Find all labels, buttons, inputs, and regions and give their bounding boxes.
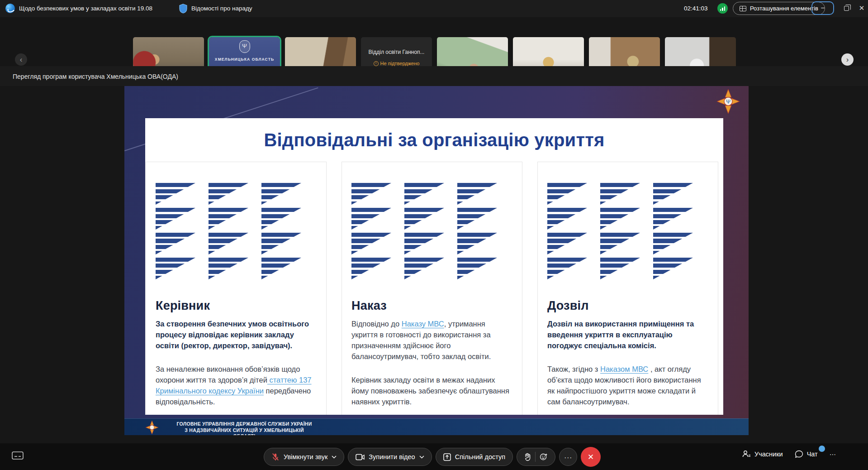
- chevron-right-icon[interactable]: ›: [841, 53, 854, 66]
- overflow-menu-button[interactable]: ···: [830, 451, 836, 458]
- participants-button[interactable]: Учасники: [742, 450, 783, 458]
- slide-column-kerivnyk: Керівник За створення безпечних умов осв…: [146, 162, 327, 415]
- pennant-flag-icon: [156, 208, 195, 230]
- captions-icon[interactable]: [12, 451, 24, 463]
- pennant-flag-icon: [404, 233, 444, 254]
- chevron-left-icon[interactable]: ‹: [15, 53, 27, 66]
- share-viewing-text: Перегляд програм користувача Хмельницька…: [13, 73, 178, 80]
- pennant-flag-icon: [653, 258, 693, 279]
- more-options-button[interactable]: ···: [559, 448, 577, 466]
- pennant-flag-icon: [600, 258, 640, 279]
- column-heading: Наказ: [351, 299, 512, 313]
- restore-button[interactable]: [839, 1, 854, 15]
- pennant-flag-icon: [351, 183, 391, 205]
- pennant-flag-icon: [156, 233, 195, 254]
- layout-grid-icon: [740, 6, 746, 11]
- slide-footer: ГОЛОВНЕ УПРАВЛІННЯ ДЕРЖАВНОЇ СЛУЖБИ УКРА…: [124, 418, 749, 435]
- pennant-flag-icon: [351, 233, 391, 254]
- column-body: Керівник закладу освіти в межах наданих …: [351, 374, 512, 407]
- pennant-flag-icon: [351, 208, 391, 230]
- pennant-flag-icon: [404, 208, 444, 230]
- chat-notification-dot: [819, 446, 825, 452]
- dsns-emblem-small-icon: [145, 420, 159, 435]
- pennant-flag-icon: [547, 183, 587, 205]
- body-text: Також, згідно з: [547, 365, 600, 373]
- unverified-icon: !: [374, 61, 379, 66]
- unmute-button[interactable]: Увімкнути звук: [264, 448, 344, 466]
- slide-title: Відповідальні за організацію укриття: [145, 130, 723, 150]
- pennant-grid: [351, 183, 512, 279]
- lead-text: Відповідно до: [351, 320, 402, 328]
- participants-icon: [742, 450, 751, 458]
- shield-icon[interactable]: [179, 4, 188, 15]
- pennant-grid: [547, 183, 708, 279]
- divider: [535, 452, 536, 462]
- pennant-flag-icon: [261, 258, 301, 279]
- chevron-down-icon: [419, 456, 424, 459]
- pennant-flag-icon: [261, 233, 301, 254]
- pennant-flag-icon: [156, 183, 195, 205]
- elapsed-time: 02:41:03: [684, 5, 708, 12]
- footer-line-1: ГОЛОВНЕ УПРАВЛІННЯ ДЕРЖАВНОЇ СЛУЖБИ УКРА…: [176, 421, 312, 427]
- layout-button-label: Розташування елементів: [750, 5, 818, 12]
- reactions-pill[interactable]: [517, 448, 555, 466]
- pennant-flag-icon: [209, 233, 248, 254]
- column-heading: Дозвіл: [547, 299, 708, 313]
- pennant-flag-icon: [156, 258, 195, 279]
- column-body: Також, згідно з Наказом МВС , акт огляду…: [547, 364, 708, 407]
- pennant-flag-icon: [600, 208, 640, 230]
- pennant-flag-icon: [209, 258, 248, 279]
- pennant-grid: [156, 183, 317, 279]
- chevron-down-icon: [332, 456, 337, 459]
- share-button[interactable]: Спільний доступ: [436, 448, 513, 466]
- connection-quality-icon[interactable]: [717, 3, 728, 14]
- pennant-flag-icon: [209, 208, 248, 230]
- pennant-flag-icon: [547, 233, 587, 254]
- stop-video-button[interactable]: Зупинити відео: [348, 448, 432, 466]
- slide-card: Відповідальні за організацію укриття Кер…: [145, 118, 723, 415]
- column-lead: Дозвіл на використання приміщення та вве…: [547, 318, 708, 351]
- minimize-button[interactable]: −: [811, 1, 834, 15]
- share-screen-icon: [443, 453, 451, 461]
- restore-icon: [844, 6, 849, 11]
- pennant-flag-icon: [547, 258, 587, 279]
- video-icon: [356, 454, 365, 460]
- unmute-label: Увімкнути звук: [284, 453, 327, 460]
- pennant-flag-icon: [457, 233, 497, 254]
- oblast-emblem-icon: [239, 40, 250, 53]
- webex-meeting-window: Щодо безпекових умов у закладах освіти 1…: [0, 0, 868, 470]
- meeting-info-button[interactable]: Відомості про нараду: [191, 5, 252, 12]
- meeting-title: Щодо безпекових умов у закладах освіти 1…: [19, 5, 152, 12]
- mic-muted-icon: [271, 453, 280, 461]
- mvs-order-link: Наказу МВС: [402, 320, 444, 328]
- dsns-emblem-icon: Ψ: [716, 88, 740, 116]
- share-label: Спільний доступ: [455, 453, 505, 460]
- slide-columns: Керівник За створення безпечних умов осв…: [146, 162, 718, 415]
- chat-button[interactable]: Чат: [795, 450, 818, 458]
- tile-participant-name: Відділ освіти Ганноп...: [361, 49, 432, 55]
- column-body: За неналежне виконання обов’язків щодо о…: [156, 364, 317, 407]
- slide-footer-text: ГОЛОВНЕ УПРАВЛІННЯ ДЕРЖАВНОЇ СЛУЖБИ УКРА…: [176, 421, 312, 435]
- pennant-flag-icon: [653, 208, 693, 230]
- pennant-flag-icon: [600, 233, 640, 254]
- pennant-flag-icon: [457, 208, 497, 230]
- filmstrip: ‹ › ХМЕЛЬНИЦЬКА ОБЛАСТЬ Хмельницька ...: [0, 17, 868, 66]
- call-controls: Увімкнути звук Зупинити відео Спільний д…: [264, 447, 601, 467]
- chat-icon: [795, 450, 803, 458]
- participants-label: Учасники: [754, 451, 783, 458]
- chat-label: Чат: [807, 451, 818, 458]
- slide-column-dozvil: Дозвіл Дозвіл на використання приміщення…: [537, 162, 718, 415]
- unverified-status: ! Не підтверджено: [361, 61, 432, 66]
- close-button[interactable]: ✕: [856, 1, 868, 15]
- raise-hand-icon: [524, 453, 531, 461]
- titlebar: Щодо безпекових умов у закладах освіти 1…: [0, 0, 868, 17]
- end-call-button[interactable]: ✕: [581, 447, 601, 467]
- shared-screen-stage: Ψ Відповідальні за організацію укриття К…: [0, 86, 868, 443]
- pennant-flag-icon: [209, 183, 248, 205]
- column-lead: Відповідно до Наказу МВС, утримання укри…: [351, 318, 512, 362]
- shared-slide: Ψ Відповідальні за організацію укриття К…: [124, 86, 749, 435]
- share-header: Перегляд програм користувача Хмельницька…: [0, 66, 868, 86]
- pennant-flag-icon: [404, 183, 444, 205]
- pennant-flag-icon: [600, 183, 640, 205]
- mvs-order-link: Наказом МВС: [600, 365, 648, 373]
